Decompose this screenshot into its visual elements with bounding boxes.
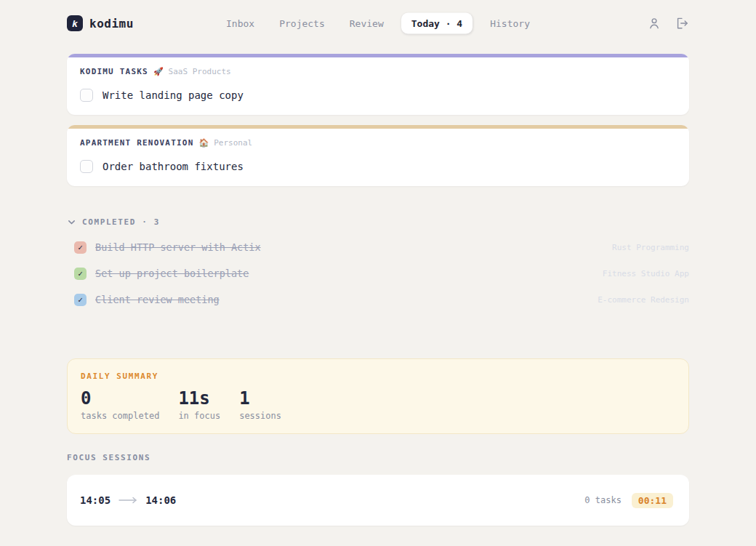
stat-value: 11s	[178, 389, 220, 408]
session-meta: 0 tasks 00:11	[584, 493, 673, 508]
group-project-label: SaaS Products	[169, 67, 231, 76]
stat-sessions: 1 sessions	[239, 389, 281, 421]
task-label: Write landing page copy	[102, 89, 244, 101]
chevron-down-icon	[67, 217, 76, 227]
nav-item-today[interactable]: Today · 4	[401, 13, 472, 34]
completed-project-label: Fitness Studio App	[603, 269, 689, 278]
daily-summary-card: DAILY SUMMARY 0 tasks completed 11s in f…	[67, 358, 689, 434]
stat-tasks-completed: 0 tasks completed	[81, 389, 159, 421]
task-row[interactable]: Order bathroom fixtures	[80, 160, 676, 173]
nav-item-review[interactable]: Review	[342, 13, 391, 34]
focus-sessions-title: FOCUS SESSIONS	[67, 453, 689, 462]
completed-row: ✓ Client review meeting E-commerce Redes…	[67, 286, 689, 313]
session-duration-badge: 00:11	[632, 493, 673, 508]
nav-item-history[interactable]: History	[483, 13, 537, 34]
daily-summary-stats: 0 tasks completed 11s in focus 1 session…	[81, 389, 675, 421]
task-group-kodimu-tasks: KODIMU TASKS 🚀 SaaS Products Write landi…	[67, 54, 689, 115]
completed-list: ✓ Build HTTP server with Actix Rust Prog…	[67, 234, 689, 313]
group-project-label: Personal	[214, 138, 252, 148]
stat-value: 0	[81, 389, 159, 408]
completed-checkbox[interactable]: ✓	[74, 241, 87, 254]
nav-item-today-count: · 4	[446, 18, 462, 29]
task-group-apartment-renovation: APARTMENT RENOVATION 🏠 Personal Order ba…	[67, 125, 689, 186]
brand[interactable]: k kodimu	[67, 15, 134, 31]
stat-in-focus: 11s in focus	[178, 389, 220, 421]
nav-item-today-label: Today	[411, 18, 440, 29]
completed-checkbox[interactable]: ✓	[74, 294, 87, 306]
session-task-count: 0 tasks	[584, 495, 622, 505]
top-navigation: k kodimu Inbox Projects Review Today · 4…	[67, 0, 689, 47]
session-start-time: 14:05	[80, 494, 110, 506]
task-checkbox[interactable]	[80, 160, 93, 173]
house-emoji-icon: 🏠	[198, 138, 209, 148]
task-row[interactable]: Write landing page copy	[80, 89, 676, 102]
brand-name: kodimu	[89, 17, 134, 31]
group-header: KODIMU TASKS 🚀 SaaS Products	[80, 67, 676, 76]
stat-label: in focus	[178, 411, 220, 421]
completed-section-toggle[interactable]: COMPLETED · 3	[67, 217, 689, 227]
user-icon[interactable]	[647, 16, 662, 31]
session-end-time: 14:06	[145, 494, 176, 506]
completed-task-label: Client review meeting	[95, 294, 220, 305]
daily-summary-title: DAILY SUMMARY	[81, 372, 675, 381]
rocket-emoji-icon: 🚀	[153, 67, 164, 76]
completed-row: ✓ Set up project boilerplate Fitness Stu…	[67, 260, 689, 286]
group-title: APARTMENT RENOVATION	[80, 138, 193, 148]
logout-icon[interactable]	[675, 16, 689, 31]
nav-item-inbox[interactable]: Inbox	[219, 13, 262, 34]
nav-item-projects[interactable]: Projects	[272, 13, 332, 34]
focus-session-row: 14:05 14:06 0 tasks 00:11	[67, 475, 689, 526]
task-label: Order bathroom fixtures	[102, 161, 244, 172]
completed-project-label: Rust Programming	[612, 243, 689, 252]
stat-label: sessions	[239, 411, 281, 421]
group-title: KODIMU TASKS	[80, 67, 148, 76]
completed-row: ✓ Build HTTP server with Actix Rust Prog…	[67, 234, 689, 260]
arrow-right-icon	[118, 496, 138, 505]
nav-menu: Inbox Projects Review Today · 4 History	[219, 13, 537, 34]
kodimu-logo-icon: k	[67, 15, 83, 31]
completed-task-label: Build HTTP server with Actix	[95, 241, 261, 253]
completed-header-label: COMPLETED · 3	[82, 217, 160, 227]
completed-task-label: Set up project boilerplate	[95, 268, 249, 279]
logo-letter: k	[72, 18, 78, 29]
stat-label: tasks completed	[81, 411, 159, 421]
stat-value: 1	[239, 389, 281, 408]
session-times: 14:05 14:06	[80, 494, 176, 506]
completed-project-label: E-commerce Redesign	[598, 295, 689, 305]
task-checkbox[interactable]	[80, 89, 93, 102]
group-header: APARTMENT RENOVATION 🏠 Personal	[80, 138, 676, 148]
nav-icons	[647, 16, 689, 31]
completed-checkbox[interactable]: ✓	[74, 268, 87, 280]
main-content: KODIMU TASKS 🚀 SaaS Products Write landi…	[67, 54, 689, 526]
